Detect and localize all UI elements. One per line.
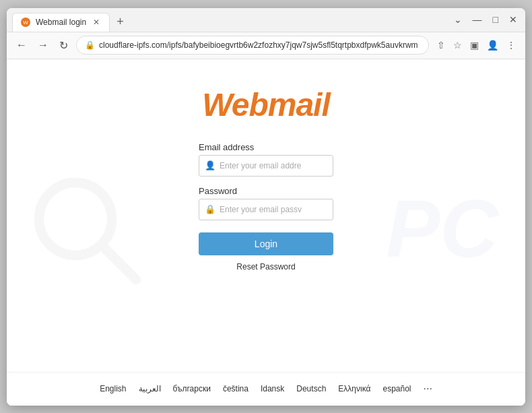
address-bar: ← → ↻ 🔒 cloudflare-ipfs.com/ipfs/bafybei… bbox=[7, 32, 525, 59]
lang-danish[interactable]: Idansk bbox=[261, 384, 284, 393]
password-form-group: Password 🔒 bbox=[199, 186, 333, 220]
url-display: cloudflare-ipfs.com/ipfs/bafybeibioegvrt… bbox=[99, 40, 420, 50]
active-tab[interactable]: W Webmail login ✕ bbox=[12, 13, 110, 32]
maximize-window-button[interactable]: □ bbox=[490, 13, 501, 26]
toolbar-icons: ⇧ ☆ ▣ 👤 ⋮ bbox=[434, 37, 519, 53]
password-input[interactable] bbox=[220, 205, 327, 214]
lang-english[interactable]: English bbox=[100, 384, 126, 393]
tab-close-button[interactable]: ✕ bbox=[92, 16, 101, 28]
lang-spanish[interactable]: español bbox=[383, 384, 411, 393]
profile-icon[interactable]: 👤 bbox=[484, 37, 501, 53]
person-icon: 👤 bbox=[205, 160, 215, 170]
extension-icon[interactable]: ▣ bbox=[467, 37, 481, 53]
back-button[interactable]: ← bbox=[13, 36, 30, 54]
close-window-button[interactable]: ✕ bbox=[506, 13, 520, 26]
lang-bulgarian[interactable]: български bbox=[173, 384, 211, 393]
new-tab-button[interactable]: + bbox=[111, 12, 129, 32]
email-input-wrapper: 👤 bbox=[199, 155, 333, 177]
title-bar: W Webmail login ✕ + ⌄ — □ ✕ bbox=[7, 8, 525, 32]
login-button[interactable]: Login bbox=[199, 232, 333, 255]
lock-icon: 🔒 bbox=[85, 40, 95, 50]
menu-icon[interactable]: ⋮ bbox=[504, 37, 519, 53]
email-input[interactable] bbox=[220, 161, 327, 170]
minimize-window-button[interactable]: — bbox=[470, 13, 485, 26]
tab-title: Webmail login bbox=[36, 18, 86, 27]
window-controls: ⌄ — □ ✕ bbox=[451, 13, 520, 26]
password-label: Password bbox=[199, 186, 333, 196]
tab-area: W Webmail login ✕ + bbox=[12, 8, 443, 32]
page-content: PC Webmail Email address 👤 Password 🔒 bbox=[7, 59, 525, 406]
lang-czech[interactable]: čeština bbox=[223, 384, 248, 393]
logo-text: Webmail bbox=[202, 87, 330, 123]
refresh-button[interactable]: ↻ bbox=[57, 36, 71, 55]
address-bar-input[interactable]: 🔒 cloudflare-ipfs.com/ipfs/bafybeibioegv… bbox=[76, 36, 429, 55]
tab-favicon: W bbox=[21, 18, 30, 27]
reset-password-link[interactable]: Reset Password bbox=[236, 262, 295, 272]
minimize-button[interactable]: ⌄ bbox=[451, 13, 465, 26]
lang-german[interactable]: Deutsch bbox=[296, 384, 326, 393]
webmail-logo: Webmail bbox=[202, 86, 330, 123]
lang-arabic[interactable]: العربية bbox=[139, 384, 161, 393]
lang-greek[interactable]: Ελληνικά bbox=[338, 384, 370, 393]
lock-input-icon: 🔒 bbox=[205, 204, 215, 214]
email-label: Email address bbox=[199, 142, 333, 152]
browser-window: W Webmail login ✕ + ⌄ — □ ✕ ← → ↻ 🔒 clou… bbox=[7, 8, 525, 406]
bookmark-icon[interactable]: ☆ bbox=[451, 37, 465, 53]
more-languages-button[interactable]: ··· bbox=[424, 383, 432, 395]
language-bar: English العربية български čeština Idansk… bbox=[7, 372, 525, 406]
password-input-wrapper: 🔒 bbox=[199, 199, 333, 220]
login-container: Webmail Email address 👤 Password 🔒 Login… bbox=[7, 59, 525, 272]
share-icon[interactable]: ⇧ bbox=[434, 37, 448, 53]
email-form-group: Email address 👤 bbox=[199, 142, 333, 177]
forward-button[interactable]: → bbox=[35, 36, 51, 54]
